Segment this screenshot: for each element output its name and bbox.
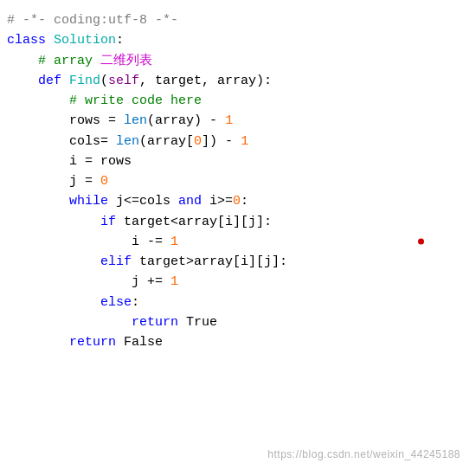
eq3: =	[85, 151, 93, 171]
space2	[217, 111, 225, 131]
builtin-len2: len	[116, 132, 139, 151]
code-line-13: elif target>array[i][j]:	[0, 252, 476, 272]
var-rows-val: rows	[93, 151, 132, 171]
comment-write: # write code here	[7, 91, 202, 111]
minus: -	[209, 111, 217, 131]
indent3	[7, 212, 100, 232]
token: # -*- coding:utf-8 -*-	[7, 10, 178, 30]
num-1c: 1	[170, 232, 178, 252]
num-0c: 0	[233, 191, 241, 211]
keyword-else: else	[100, 293, 132, 312]
space	[61, 71, 69, 91]
keyword-class: class	[7, 30, 46, 50]
indent	[7, 71, 38, 91]
chinese-comment: 二维列表	[100, 51, 152, 71]
func-name: Find	[69, 71, 100, 91]
op-minus-eq: -=	[147, 232, 163, 252]
eq2: =	[100, 132, 116, 151]
call-array: (array)	[147, 111, 209, 131]
cond2: i>=	[202, 191, 233, 211]
code-line-6: rows = len (array) - 1	[0, 111, 476, 131]
class-name: Solution	[54, 30, 116, 50]
code-line-11: if target<array[i][j]:	[0, 212, 476, 232]
keyword-def: def	[38, 71, 61, 91]
code-line-4: def Find ( self , target, array):	[0, 71, 476, 91]
val-false: False	[124, 332, 163, 352]
params-rest: , target, array):	[139, 71, 272, 91]
space7	[178, 312, 186, 332]
code-line-5: # write code here	[0, 91, 476, 111]
eq4: =	[85, 171, 93, 191]
code-line-3: # array 二维列表	[0, 51, 476, 71]
minus2: -	[225, 132, 233, 151]
code-line-16: return True	[0, 312, 476, 332]
code-line-17: return False	[0, 332, 476, 352]
indent6	[7, 312, 132, 332]
code-line-15: else :	[0, 293, 476, 312]
comment-array: # array	[7, 51, 100, 71]
call-close: ])	[202, 132, 225, 151]
code-line-12: i -= 1	[0, 232, 476, 252]
space8	[116, 332, 124, 352]
keyword-return2: return	[69, 332, 116, 352]
var-cols: cols	[7, 132, 100, 151]
num-0b: 0	[100, 171, 108, 191]
colon2: :	[241, 191, 248, 211]
builtin-len: len	[124, 111, 147, 131]
space6	[163, 272, 170, 292]
code-editor: # -*- coding:utf-8 -*- class Solution : …	[0, 0, 476, 476]
eq: =	[108, 111, 116, 131]
var-rows: rows	[7, 111, 108, 131]
call-array2: (array[	[139, 132, 194, 151]
space3	[233, 132, 241, 151]
params: (	[100, 71, 108, 91]
space4	[93, 171, 100, 191]
var-i-dec: i	[7, 232, 147, 252]
space	[46, 30, 54, 50]
elif-cond: target>array[i][j]:	[132, 252, 287, 272]
code-line-10: while j<=cols and i>= 0 :	[0, 191, 476, 211]
keyword-while: while	[69, 191, 108, 211]
cond1: j<=cols	[108, 191, 178, 211]
var-j: j	[7, 171, 85, 191]
indent2	[7, 191, 69, 211]
num-0: 0	[194, 132, 202, 151]
code-line-2: class Solution :	[0, 30, 476, 50]
indent5	[7, 293, 100, 312]
keyword-return1: return	[132, 312, 178, 332]
op-plus-eq: +=	[147, 272, 163, 292]
indent4	[7, 252, 100, 272]
num-1b: 1	[241, 132, 248, 151]
keyword-if: if	[100, 212, 116, 232]
red-dot	[418, 239, 424, 245]
num-1d: 1	[170, 272, 178, 292]
keyword-elif: elif	[100, 252, 132, 272]
colon3: :	[132, 293, 139, 312]
code-line-14: j += 1	[0, 272, 476, 292]
num-1: 1	[225, 111, 233, 131]
val-true: True	[186, 312, 217, 332]
code-line-9: j = 0	[0, 171, 476, 191]
var-i: i	[7, 151, 85, 171]
var-j-inc: j	[7, 272, 147, 292]
keyword-and: and	[178, 191, 202, 211]
watermark: https://blog.csdn.net/weixin_44245188	[267, 448, 460, 460]
colon: :	[116, 30, 124, 50]
indent7	[7, 332, 69, 352]
self-param: self	[108, 71, 139, 91]
if-cond: target<array[i][j]:	[116, 212, 272, 232]
space5	[163, 232, 170, 252]
code-line-8: i = rows	[0, 151, 476, 171]
code-line-1: # -*- coding:utf-8 -*-	[0, 10, 476, 30]
code-line-7: cols = len (array[ 0 ]) - 1	[0, 132, 476, 151]
space	[116, 111, 124, 131]
